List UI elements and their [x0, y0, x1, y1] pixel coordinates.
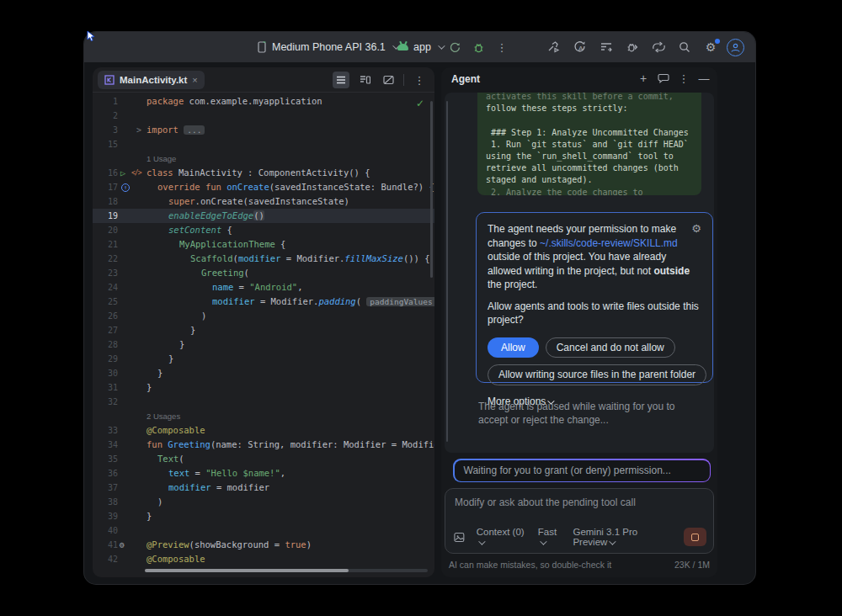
code-line: 37modifier = modifier [93, 481, 434, 495]
code-line: 18super.onCreate(savedInstanceState) [93, 194, 434, 209]
apply-changes-icon[interactable]: A [570, 37, 590, 57]
code-line: 34fun Greeting(name: String, modifier: M… [93, 438, 434, 452]
line-number: 24 [93, 280, 118, 295]
cancel-button[interactable]: Cancel and do not allow [546, 337, 675, 358]
line-number: 30 [93, 366, 118, 380]
line-number: 2 [93, 109, 118, 123]
mouse-cursor [86, 30, 96, 42]
src-gutter-icon[interactable]: </> [131, 166, 141, 180]
allow-button[interactable]: Allow [488, 337, 539, 358]
code-line: 2 [93, 109, 434, 123]
search-icon[interactable] [674, 37, 695, 57]
stop-button[interactable] [684, 528, 706, 546]
gear-gutter-icon[interactable]: ⚙ [120, 538, 125, 552]
line-number: 16 [93, 166, 118, 180]
code-line: 16▷</>class MainActivity : ComponentActi… [93, 166, 434, 180]
device-sync-icon[interactable] [648, 37, 669, 57]
permission-settings-icon[interactable]: ⚙ [691, 222, 701, 236]
agent-header: Agent + ⋮ — [441, 67, 717, 91]
chat-history-icon[interactable] [658, 73, 669, 83]
line-number: 32 [93, 395, 118, 409]
code-line: 32 [93, 395, 434, 409]
permission-text: The agent needs your permission to make … [488, 222, 701, 292]
main-toolbar: Medium Phone API 36.1 app ⋮ A [84, 32, 755, 62]
device-selector[interactable]: Medium Phone API 36.1 [257, 32, 397, 62]
svg-text:A: A [578, 45, 584, 52]
ai-disclaimer: AI can make mistakes, so double-check it [449, 560, 611, 570]
code-line: 25modifier = Modifier.padding( paddingVa… [93, 295, 434, 309]
attach-image-icon[interactable] [454, 532, 465, 543]
attach-debugger-icon[interactable] [622, 37, 642, 57]
device-name: Medium Phone API 36.1 [272, 41, 386, 53]
model-dropdown[interactable]: Gemini 3.1 Pro Preview [573, 527, 671, 547]
context-dropdown[interactable]: Context (0) [477, 527, 526, 547]
agent-message-list[interactable]: activates this skill before a commit,fol… [445, 93, 714, 453]
agent-options-icon[interactable]: ⋮ [678, 72, 690, 85]
line-number: 3 [93, 123, 118, 137]
agent-composer[interactable]: Modify or ask about the pending tool cal… [445, 488, 714, 554]
fold-gutter-icon[interactable]: > [136, 123, 141, 137]
code-area[interactable]: 1package com.example.myapplication23>imp… [93, 94, 434, 566]
editor-tab-bar: MainActivity.kt × ⋮ [93, 67, 434, 93]
agent-panel: Agent + ⋮ — activates this skill before … [441, 67, 717, 577]
stop-icon [691, 534, 699, 541]
editor-horizontal-scrollbar[interactable] [145, 569, 428, 572]
line-number: 35 [93, 452, 118, 466]
code-line: 17↑override fun onCreate(savedInstanceSt… [93, 180, 434, 194]
permission-question: Allow agents and tools to write files ou… [488, 300, 701, 327]
line-number: 29 [93, 352, 118, 366]
android-icon [397, 44, 408, 50]
minimize-icon[interactable]: — [698, 72, 710, 85]
agent-paused-status: The agent is paused while waiting for yo… [478, 400, 707, 427]
line-number: 1 [93, 94, 118, 109]
line-number: 15 [93, 137, 118, 151]
ovr-gutter-icon[interactable]: ↑ [121, 183, 130, 192]
editor-options-icon[interactable]: ⋮ [411, 72, 428, 88]
code-line: 29} [93, 352, 434, 366]
inspection-ok-icon: ✓ [416, 98, 424, 109]
phone-device-icon [257, 41, 267, 53]
run-gutter-icon[interactable]: ▷ [120, 166, 125, 180]
rerun-icon[interactable] [445, 37, 465, 57]
code-line: 28} [93, 337, 434, 352]
skill-file-link[interactable]: ~/.skills/code-review/SKILL.md [540, 237, 678, 249]
run-config-selector[interactable]: app [397, 32, 443, 62]
code-line: 38) [93, 495, 434, 509]
permission-card: ⚙ The agent needs your permission to mak… [476, 212, 713, 383]
code-line: 35Text( [93, 452, 434, 466]
code-line: 36text = "Hello $name!", [93, 466, 434, 481]
code-line: 33@Composable [93, 423, 434, 438]
design-preview-icon[interactable] [380, 72, 397, 88]
line-number: 17 [93, 180, 118, 194]
build-run-icon[interactable] [544, 37, 564, 57]
debug-icon[interactable] [468, 37, 488, 57]
editor-view-list-icon[interactable] [333, 72, 349, 88]
tab-mainactivity[interactable]: MainActivity.kt × [98, 71, 205, 89]
code-line: 27} [93, 323, 434, 337]
code-line: 24name = "Android", [93, 280, 434, 295]
settings-icon[interactable]: ⚙ [701, 37, 721, 57]
code-line: 39} [93, 509, 434, 523]
waiting-permission-field[interactable]: Waiting for you to grant (or deny) permi… [453, 459, 711, 482]
line-number: 26 [93, 309, 118, 323]
code-line: 22Scaffold(modifier = Modifier.fillMaxSi… [93, 252, 434, 266]
line-number: 39 [93, 509, 118, 523]
split-editor-icon[interactable] [356, 72, 373, 88]
line-number: 22 [93, 252, 118, 266]
agent-scrollbar[interactable] [446, 101, 448, 442]
allow-parent-folder-button[interactable]: Allow writing source files in the parent… [488, 364, 706, 385]
tab-close-icon[interactable]: × [192, 75, 197, 85]
editor-vertical-scrollbar[interactable] [430, 101, 433, 278]
line-number: 20 [93, 223, 118, 237]
resume-lines-icon[interactable] [596, 37, 616, 57]
speed-dropdown[interactable]: Fast [538, 527, 562, 547]
code-inlay-hint: 2 Usages [93, 409, 434, 423]
tab-label: MainActivity.kt [120, 75, 187, 85]
code-line: 30} [93, 366, 434, 380]
code-line: 41⚙@Preview(showBackground = true) [93, 538, 434, 552]
settings-notification-dot [715, 39, 720, 44]
more-actions-icon[interactable]: ⋮ [492, 37, 512, 57]
new-chat-icon[interactable]: + [637, 72, 649, 85]
line-number: 18 [93, 194, 118, 209]
account-avatar[interactable] [727, 39, 744, 56]
